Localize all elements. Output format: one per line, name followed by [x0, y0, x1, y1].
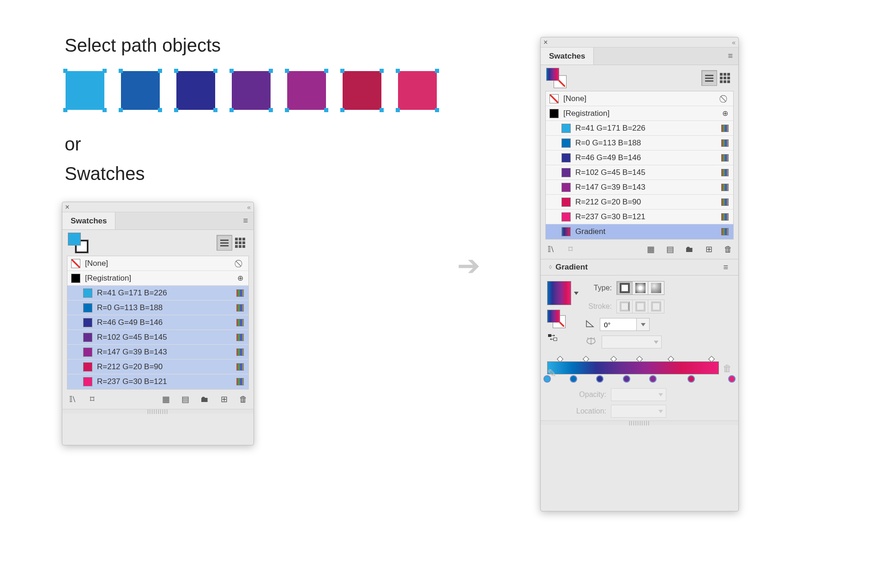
swatch-row[interactable]: R=41 G=171 B=226 — [67, 286, 248, 300]
selection-handle[interactable] — [213, 108, 217, 112]
opacity-field[interactable] — [611, 388, 666, 401]
fill-stroke-indicator[interactable] — [546, 68, 567, 88]
gradient-strip[interactable] — [547, 361, 719, 374]
library-icon[interactable]: 𝕀⧵ — [68, 395, 77, 404]
panel-menu-icon[interactable]: ≡ — [722, 51, 738, 61]
selection-handle[interactable] — [174, 108, 178, 112]
swatch-row[interactable]: R=46 G=49 B=146 — [546, 150, 733, 165]
selection-handle[interactable] — [396, 69, 400, 73]
selection-handle[interactable] — [229, 69, 234, 73]
swatch-row[interactable]: Gradient — [546, 224, 733, 239]
selection-handle[interactable] — [340, 108, 344, 112]
gradient-preset-dropdown-icon[interactable] — [574, 292, 579, 295]
resize-grip[interactable]: |||||||||| — [62, 409, 253, 414]
panel-menu-icon[interactable]: ≡ — [718, 263, 734, 272]
gradient-stop[interactable] — [596, 375, 603, 383]
new-swatch-icon[interactable]: ⊞ — [219, 395, 229, 404]
panel-menu-icon[interactable]: ≡ — [237, 216, 253, 226]
show-swatch-kinds-icon[interactable]: ⌑ — [87, 395, 97, 404]
fill-stroke-indicator[interactable] — [68, 233, 88, 253]
view-grid-button[interactable] — [232, 235, 248, 251]
collapse-icon[interactable]: « — [247, 204, 251, 211]
close-icon[interactable]: × — [543, 38, 548, 47]
selection-handle[interactable] — [103, 69, 107, 73]
selection-handle[interactable] — [158, 108, 162, 112]
selection-handle[interactable] — [285, 69, 289, 73]
selection-handle[interactable] — [269, 69, 273, 73]
eyedropper-icon[interactable]: ✎ — [547, 367, 556, 380]
selection-handle[interactable] — [380, 69, 384, 73]
selection-handle[interactable] — [380, 108, 384, 112]
trash-icon[interactable]: 🗑 — [239, 395, 248, 404]
selection-handle[interactable] — [174, 69, 178, 73]
path-object[interactable] — [231, 70, 272, 111]
selection-handle[interactable] — [396, 108, 400, 112]
selection-handle[interactable] — [229, 108, 234, 112]
swatch-row[interactable]: R=0 G=113 B=188 — [67, 300, 248, 315]
stroke-along-button[interactable] — [633, 300, 648, 313]
selection-handle[interactable] — [435, 108, 439, 112]
swatch-options-icon[interactable]: ▦ — [646, 245, 655, 254]
swatch-row[interactable]: R=212 G=20 B=90 — [67, 360, 248, 374]
swatch-row[interactable]: R=237 G=30 B=121 — [67, 374, 248, 389]
gradient-stop[interactable] — [649, 375, 657, 383]
gradient-stop[interactable] — [728, 375, 736, 383]
location-field[interactable] — [611, 405, 666, 418]
aspect-ratio-field[interactable] — [602, 336, 662, 348]
tab-swatches[interactable]: Swatches — [541, 48, 594, 65]
path-object[interactable] — [120, 70, 161, 111]
gradient-stop[interactable] — [570, 375, 577, 383]
angle-input[interactable] — [600, 318, 637, 331]
selection-handle[interactable] — [269, 108, 273, 112]
angle-dropdown-button[interactable] — [637, 318, 650, 331]
swatch-row[interactable]: R=102 G=45 B=145 — [546, 165, 733, 180]
swatch-row[interactable]: [Registration]⊕ — [67, 271, 248, 286]
swatch-row[interactable]: R=0 G=113 B=188 — [546, 136, 733, 150]
new-swatch-icon[interactable]: ⊞ — [704, 245, 713, 254]
selection-handle[interactable] — [213, 69, 217, 73]
path-object[interactable] — [342, 70, 382, 111]
selection-handle[interactable] — [158, 69, 162, 73]
linear-gradient-button[interactable] — [617, 282, 633, 294]
view-list-button[interactable] — [701, 70, 717, 86]
selection-handle[interactable] — [103, 108, 107, 112]
selection-handle[interactable] — [340, 69, 344, 73]
gradient-preview[interactable] — [547, 281, 571, 305]
swatch-row[interactable]: R=102 G=45 B=145 — [67, 330, 248, 345]
freeform-gradient-button[interactable] — [648, 282, 664, 294]
view-list-button[interactable] — [217, 235, 232, 251]
swatch-row[interactable]: R=237 G=30 B=121 — [546, 210, 733, 224]
resize-grip[interactable]: |||||||||| — [541, 420, 738, 425]
swatch-options-icon[interactable]: ▦ — [161, 395, 170, 404]
tab-swatches[interactable]: Swatches — [62, 212, 115, 229]
view-grid-button[interactable] — [717, 70, 733, 86]
panel-titlebar[interactable]: × « — [62, 202, 253, 212]
selection-handle[interactable] — [63, 69, 67, 73]
close-icon[interactable]: × — [65, 203, 69, 211]
selection-handle[interactable] — [324, 108, 328, 112]
folder-icon[interactable]: 🖿 — [685, 245, 694, 254]
path-object[interactable] — [175, 70, 216, 111]
selection-handle[interactable] — [63, 108, 67, 112]
path-object[interactable] — [397, 70, 438, 111]
panel-titlebar[interactable]: × « — [541, 37, 738, 48]
swatch-row[interactable]: [None]⃠ — [546, 91, 733, 106]
swatch-row[interactable]: R=41 G=171 B=226 — [546, 121, 733, 136]
library-icon[interactable]: 𝕀⧵ — [546, 245, 555, 254]
new-group-icon[interactable]: ▤ — [181, 395, 190, 404]
gradient-stop[interactable] — [623, 375, 630, 383]
reverse-gradient-button[interactable] — [547, 333, 562, 342]
gradient-fill-stroke-indicator[interactable] — [547, 310, 566, 328]
swatch-row[interactable]: R=147 G=39 B=143 — [546, 180, 733, 195]
new-group-icon[interactable]: ▤ — [665, 245, 675, 254]
trash-icon[interactable]: 🗑 — [724, 245, 733, 254]
gradient-stop[interactable] — [688, 375, 695, 383]
selection-handle[interactable] — [324, 69, 328, 73]
selection-handle[interactable] — [435, 69, 439, 73]
path-object[interactable] — [65, 70, 105, 111]
stroke-across-button[interactable] — [648, 300, 664, 313]
swatch-row[interactable]: R=212 G=20 B=90 — [546, 195, 733, 210]
swatch-row[interactable]: R=46 G=49 B=146 — [67, 315, 248, 330]
gripper-icon[interactable]: ◊ — [545, 264, 555, 270]
folder-icon[interactable]: 🖿 — [200, 395, 209, 404]
